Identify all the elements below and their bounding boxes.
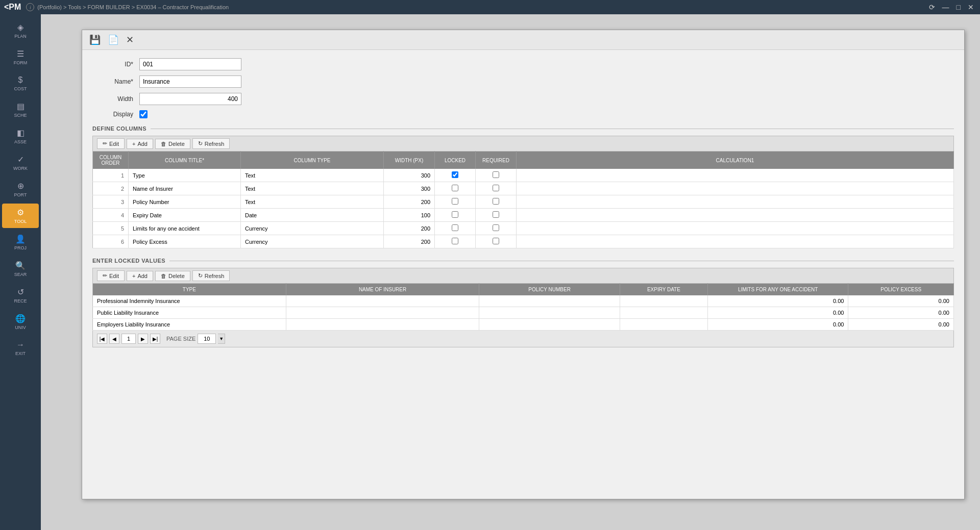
- cell-title: Expiry Date: [129, 209, 241, 222]
- define-delete-button[interactable]: 🗑 Delete: [155, 139, 190, 149]
- cell-name: [286, 295, 479, 307]
- display-row: Display: [92, 110, 954, 118]
- sidebar-item-label: RECE: [14, 298, 27, 304]
- modal-window: 💾 📄 ✕ ID* Name* Width: [82, 30, 965, 499]
- sidebar-item-label: COST: [14, 86, 27, 91]
- cell-order: 1: [93, 169, 129, 182]
- locked-delete-button[interactable]: 🗑 Delete: [155, 271, 190, 281]
- cell-width: 200: [384, 222, 435, 235]
- locked-checkbox[interactable]: [452, 198, 458, 205]
- table-row: 2 Name of Insurer Text 300: [93, 182, 954, 195]
- schedule-icon: ▤: [17, 102, 24, 111]
- prev-page-btn[interactable]: ◀: [109, 334, 119, 344]
- required-checkbox[interactable]: [493, 185, 499, 191]
- sidebar-item-work[interactable]: ✓ WORK: [2, 150, 39, 175]
- id-input[interactable]: [139, 58, 241, 70]
- required-checkbox[interactable]: [493, 198, 499, 205]
- refresh-icon: ↻: [198, 140, 203, 147]
- define-columns-section: DEFINE COLUMNS: [92, 125, 954, 132]
- required-checkbox[interactable]: [493, 224, 499, 231]
- cell-locked: [435, 209, 476, 222]
- sidebar-item-label: FORM: [14, 60, 28, 65]
- cell-order: 5: [93, 222, 129, 235]
- page-number-input[interactable]: [121, 334, 136, 344]
- lv-col-excess: POLICY EXCESS: [848, 284, 954, 296]
- locked-values-section: ENTER LOCKED VALUES: [92, 258, 954, 264]
- locked-checkbox[interactable]: [452, 171, 458, 178]
- define-edit-label: Edit: [109, 141, 119, 147]
- cost-icon: $: [18, 75, 23, 85]
- locked-checkbox[interactable]: [452, 224, 458, 231]
- app-logo: <PM: [4, 3, 21, 12]
- sidebar-item-plan[interactable]: ◈ PLAN: [2, 18, 39, 43]
- col-header-calc: CALCULATION1: [517, 152, 954, 169]
- display-checkbox[interactable]: [139, 110, 148, 118]
- locked-checkbox[interactable]: [452, 211, 458, 218]
- page-size-input[interactable]: [198, 334, 216, 344]
- close-modal-button[interactable]: ✕: [124, 33, 136, 46]
- cell-policy: [479, 319, 620, 331]
- locked-checkbox[interactable]: [452, 238, 458, 244]
- sidebar-item-label: PORT: [14, 192, 27, 197]
- sidebar-item-port[interactable]: ⊕ PORT: [2, 177, 39, 201]
- cell-type: Currency: [241, 235, 384, 248]
- col-header-required: REQUIRED: [476, 152, 517, 169]
- table-row: Employers Liability Insurance 0.00 0.00: [93, 319, 954, 331]
- export-button[interactable]: 📄: [106, 33, 121, 46]
- define-edit-button[interactable]: ✏ Edit: [97, 138, 125, 149]
- sidebar: ◈ PLAN ☰ FORM $ COST ▤ SCHE ◧ ASSE ✓ WOR…: [0, 14, 41, 530]
- page-size-dropdown[interactable]: ▼: [218, 334, 225, 344]
- table-row: 4 Expiry Date Date 100: [93, 209, 954, 222]
- locked-values-toolbar: ✏ Edit + Add 🗑 Delete ↻ Refresh: [92, 268, 954, 283]
- page-size-label: PAGE SIZE: [166, 336, 195, 342]
- sidebar-item-tools[interactable]: ⚙ TOOL: [2, 204, 39, 228]
- refresh-btn[interactable]: ⟳: [927, 2, 937, 12]
- locked-add-button[interactable]: + Add: [127, 271, 153, 281]
- sidebar-item-search[interactable]: 🔍 SEAR: [2, 257, 39, 281]
- sidebar-item-forms[interactable]: ☰ FORM: [2, 45, 39, 69]
- cell-calc: [517, 235, 954, 248]
- locked-checkbox[interactable]: [452, 185, 458, 191]
- minimize-btn[interactable]: —: [940, 2, 951, 12]
- sidebar-item-label: EXIT: [15, 351, 26, 356]
- cell-title: Policy Excess: [129, 235, 241, 248]
- locked-edit-button[interactable]: ✏ Edit: [97, 270, 125, 281]
- forms-icon: ☰: [17, 49, 24, 59]
- cell-required: [476, 209, 517, 222]
- define-refresh-button[interactable]: ↻ Refresh: [192, 138, 230, 149]
- sidebar-item-schedule[interactable]: ▤ SCHE: [2, 97, 39, 122]
- sidebar-item-asset[interactable]: ◧ ASSE: [2, 124, 39, 148]
- col-header-type: COLUMN TYPE: [241, 152, 384, 169]
- cell-limits: 0.00: [707, 307, 848, 319]
- required-checkbox[interactable]: [493, 238, 499, 244]
- save-button[interactable]: 💾: [87, 33, 103, 46]
- required-checkbox[interactable]: [493, 211, 499, 218]
- next-page-btn[interactable]: ▶: [138, 334, 148, 344]
- required-checkbox[interactable]: [493, 171, 499, 178]
- sidebar-item-recent[interactable]: ↺ RECE: [2, 283, 39, 308]
- proj-icon: 👤: [15, 234, 26, 244]
- col-header-title: COLUMN TITLE*: [129, 152, 241, 169]
- lv-col-limits: LIMITS FOR ANY ONE ACCIDENT: [707, 284, 848, 296]
- cell-width: 100: [384, 209, 435, 222]
- locked-values-label: ENTER LOCKED VALUES: [92, 258, 165, 264]
- name-input[interactable]: [139, 75, 241, 88]
- sidebar-item-label: WORK: [13, 166, 28, 171]
- sidebar-item-univ[interactable]: 🌐 UNIV: [2, 310, 39, 334]
- refresh-icon-2: ↻: [198, 272, 203, 279]
- sidebar-item-cost[interactable]: $ COST: [2, 71, 39, 95]
- sidebar-item-proj[interactable]: 👤 PROJ: [2, 230, 39, 255]
- sidebar-item-exit[interactable]: → EXIT: [2, 336, 39, 360]
- define-add-button[interactable]: + Add: [127, 139, 153, 149]
- width-input[interactable]: [139, 93, 241, 105]
- cell-name: [286, 307, 479, 319]
- restore-btn[interactable]: □: [954, 2, 963, 12]
- cell-expiry: [620, 319, 707, 331]
- last-page-btn[interactable]: ▶|: [150, 334, 160, 344]
- first-page-btn[interactable]: |◀: [97, 334, 107, 344]
- add-icon-2: +: [132, 273, 135, 279]
- close-btn[interactable]: ✕: [966, 2, 976, 12]
- locked-refresh-button[interactable]: ↻ Refresh: [192, 270, 230, 281]
- info-icon[interactable]: i: [26, 3, 34, 11]
- cell-order: 4: [93, 209, 129, 222]
